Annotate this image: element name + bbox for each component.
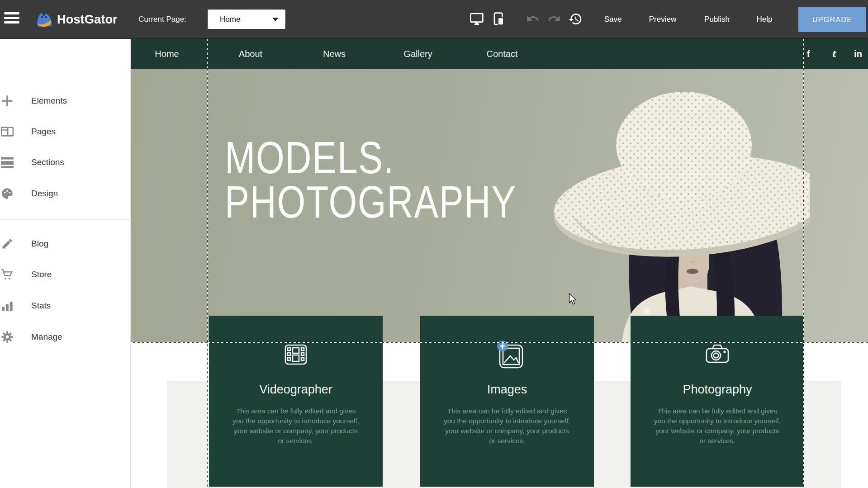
- hero-section[interactable]: MODELS. PHOTOGRAPHY: [131, 69, 868, 342]
- card-title: Images: [420, 383, 594, 397]
- hamburger-menu-icon[interactable]: [4, 12, 19, 27]
- brand-title: HostGator: [57, 0, 118, 39]
- undo-icon[interactable]: [526, 12, 541, 27]
- sidebar-item-store[interactable]: Store: [0, 265, 131, 284]
- facebook-icon[interactable]: f: [799, 39, 817, 69]
- site-navbar: Home About News Gallery Contact f t in: [131, 39, 868, 69]
- card-title: Videographer: [209, 383, 383, 397]
- save-button[interactable]: Save: [597, 0, 629, 39]
- sidebar-item-manage[interactable]: Manage: [0, 328, 131, 346]
- pencil-icon: [1, 237, 14, 250]
- preview-button[interactable]: Preview: [642, 0, 683, 39]
- film-icon: [282, 341, 309, 368]
- history-icon[interactable]: [568, 12, 583, 27]
- sidebar-item-pages[interactable]: Pages: [0, 123, 131, 141]
- selection-guide-right: [803, 39, 804, 488]
- image-icon: [493, 341, 521, 368]
- sidebar-item-stats[interactable]: Stats: [0, 297, 131, 315]
- editor-topbar: HostGator Current Page: Home Save Previe…: [0, 0, 868, 39]
- plus-icon: [1, 95, 14, 107]
- card-body: This area can be fully edited and gives …: [232, 406, 360, 446]
- card-photography[interactable]: Photography This area can be fully edite…: [631, 316, 804, 487]
- site-nav-home[interactable]: Home: [149, 39, 185, 69]
- selection-guide-bottom: [131, 342, 868, 343]
- gear-icon: [1, 331, 14, 343]
- sidebar-divider: [0, 219, 131, 220]
- card-title: Photography: [631, 383, 804, 397]
- camera-icon: [704, 341, 731, 368]
- pages-icon: [1, 125, 14, 138]
- site-nav-gallery[interactable]: Gallery: [391, 39, 445, 69]
- page-select-value: Home: [220, 9, 240, 29]
- publish-button[interactable]: Publish: [697, 0, 737, 39]
- twitter-icon[interactable]: t: [825, 39, 843, 69]
- hostgator-gator-icon: [34, 10, 54, 32]
- sections-icon: [1, 156, 14, 169]
- bar-chart-icon: [1, 299, 14, 312]
- site-nav-contact[interactable]: Contact: [475, 39, 529, 69]
- sidebar-item-design[interactable]: Design: [0, 185, 131, 203]
- card-images[interactable]: Images This area can be fully edited and…: [420, 316, 594, 487]
- sidebar-item-blog[interactable]: Blog: [0, 235, 131, 253]
- site-nav-about[interactable]: About: [223, 39, 278, 69]
- card-body: This area can be fully edited and gives …: [653, 406, 782, 446]
- upgrade-button[interactable]: UPGRADE: [798, 7, 866, 32]
- hero-model-image: [520, 69, 810, 342]
- desktop-view-icon[interactable]: [470, 12, 484, 27]
- sidebar-item-elements[interactable]: Elements: [0, 92, 131, 110]
- palette-icon: [1, 187, 14, 200]
- editor-sidebar: Elements Pages Sections Design Blog Stor…: [0, 39, 131, 488]
- linkedin-icon[interactable]: in: [849, 39, 867, 69]
- redo-icon[interactable]: [547, 12, 562, 27]
- mouse-cursor: [568, 293, 578, 307]
- mobile-view-icon[interactable]: [491, 12, 505, 27]
- sidebar-item-sections[interactable]: Sections: [0, 153, 131, 171]
- card-videographer[interactable]: Videographer This area can be fully edit…: [209, 316, 383, 487]
- hero-title: MODELS. PHOTOGRAPHY: [225, 135, 517, 224]
- site-canvas: Home About News Gallery Contact f t in M…: [131, 39, 868, 488]
- cart-icon: [1, 268, 14, 281]
- selection-guide-left: [207, 39, 208, 488]
- page-select[interactable]: Home: [207, 9, 286, 29]
- current-page-label: Current Page:: [138, 0, 186, 39]
- site-nav-news[interactable]: News: [307, 39, 361, 69]
- card-body: This area can be fully edited and gives …: [443, 406, 571, 446]
- help-button[interactable]: Help: [749, 0, 780, 39]
- chevron-down-icon: [272, 18, 279, 21]
